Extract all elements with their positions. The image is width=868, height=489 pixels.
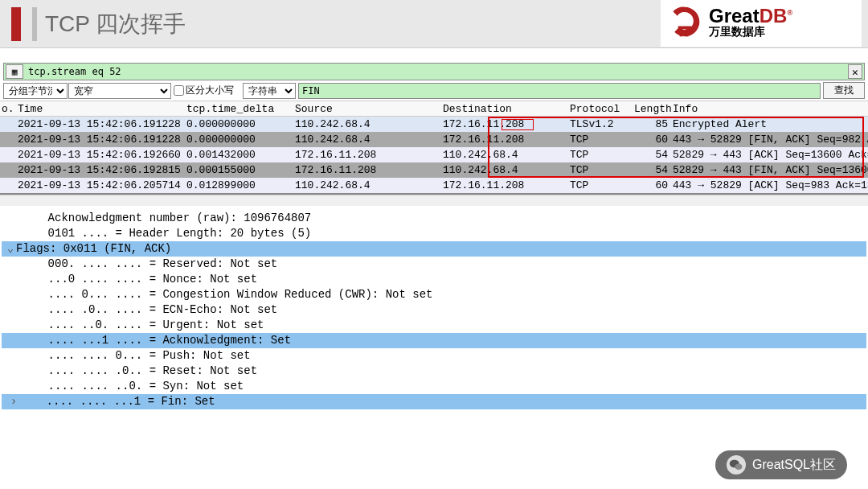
detail-push[interactable]: .... .... 0... = Push: Not set (2, 348, 866, 364)
col-len[interactable]: Length (634, 103, 673, 115)
width-select[interactable]: 宽窄 (68, 83, 171, 99)
packet-details[interactable]: Acknowledgment number (raw): 1096764807 … (0, 206, 868, 411)
col-proto[interactable]: Protocol (570, 103, 634, 115)
wechat-icon (727, 455, 746, 475)
display-filter-input[interactable]: tcp.stream eq 52 (25, 66, 121, 77)
svg-rect-2 (678, 27, 692, 30)
case-sensitive-checkbox[interactable]: 区分大小写 (174, 83, 234, 99)
detail-cwr[interactable]: .... 0... .... = Congestion Window Reduc… (2, 287, 866, 302)
display-filter-bar: ▦ tcp.stream eq 52 ✕ (3, 63, 865, 80)
greatdb-logo-icon (667, 4, 702, 39)
hscrollbar[interactable] (0, 195, 868, 206)
packet-list-header: o. Time tcp.time_delta Source Destinatio… (0, 101, 868, 117)
close-icon[interactable]: ✕ (848, 64, 862, 79)
find-button[interactable]: 查找 (823, 82, 865, 99)
packet-list: o. Time tcp.time_delta Source Destinatio… (0, 101, 868, 195)
packet-row[interactable]: 2021-09-13 15:42:06.1928150.000155000172… (0, 162, 868, 178)
accent-bar (11, 7, 21, 41)
packet-row[interactable]: 2021-09-13 15:42:06.1912280.000000000110… (0, 117, 868, 132)
col-time[interactable]: Time (18, 103, 186, 115)
find-input[interactable] (298, 83, 821, 99)
packet-row[interactable]: 2021-09-13 15:42:06.2057140.012899000110… (0, 178, 868, 193)
packet-row[interactable]: 2021-09-13 15:42:06.1912280.000000000110… (0, 132, 868, 147)
svg-rect-1 (686, 29, 689, 36)
chevron-right-icon[interactable]: › (8, 394, 19, 409)
detail-syn[interactable]: .... .... ..0. = Syn: Not set (2, 379, 866, 394)
svg-point-4 (735, 464, 742, 471)
logo: GreatDB® 万里数据库 (661, 0, 862, 47)
svg-rect-0 (680, 29, 683, 36)
col-dst[interactable]: Destination (443, 103, 570, 115)
col-no[interactable]: o. (0, 103, 18, 115)
logo-text-big: GreatDB® (709, 6, 792, 26)
page-title: TCP 四次挥手 (45, 9, 186, 39)
title-bar: TCP 四次挥手 GreatDB® 万里数据库 (0, 0, 868, 48)
detail-ack[interactable]: .... ...1 .... = Acknowledgment: Set (2, 333, 866, 348)
search-type-select[interactable]: 字符串 (243, 83, 296, 99)
logo-text-small: 万里数据库 (709, 26, 792, 38)
group-select[interactable]: 分组字节流 (3, 83, 68, 99)
col-info[interactable]: Info (673, 103, 868, 115)
detail-nonce[interactable]: ...0 .... .... = Nonce: Not set (2, 272, 866, 287)
watermark-text: GreatSQL社区 (752, 457, 836, 474)
watermark: GreatSQL社区 (715, 450, 847, 479)
detail-urg[interactable]: .... ..0. .... = Urgent: Not set (2, 318, 866, 333)
packet-row[interactable]: 2021-09-13 15:42:06.1926600.001432000172… (0, 147, 868, 162)
chevron-down-icon[interactable]: ⌄ (5, 241, 16, 257)
detail-reserved[interactable]: 000. .... .... = Reserved: Not set (2, 257, 866, 272)
detail-fin[interactable]: › .... .... ...1 = Fin: Set (2, 394, 866, 409)
detail-header-length[interactable]: 0101 .... = Header Length: 20 bytes (5) (2, 226, 866, 241)
col-delta[interactable]: tcp.time_delta (186, 103, 295, 115)
col-src[interactable]: Source (295, 103, 443, 115)
filter-toggle-button[interactable]: ▦ (6, 64, 23, 79)
accent-bar-gray (32, 7, 37, 41)
detail-reset[interactable]: .... .... .0.. = Reset: Not set (2, 364, 866, 379)
find-toolbar: 分组字节流 宽窄 区分大小写 字符串 查找 (0, 80, 868, 101)
detail-ack-raw[interactable]: Acknowledgment number (raw): 1096764807 (2, 211, 866, 226)
detail-flags[interactable]: ⌄Flags: 0x011 (FIN, ACK) (2, 241, 866, 257)
detail-ecn[interactable]: .... .0.. .... = ECN-Echo: Not set (2, 302, 866, 318)
